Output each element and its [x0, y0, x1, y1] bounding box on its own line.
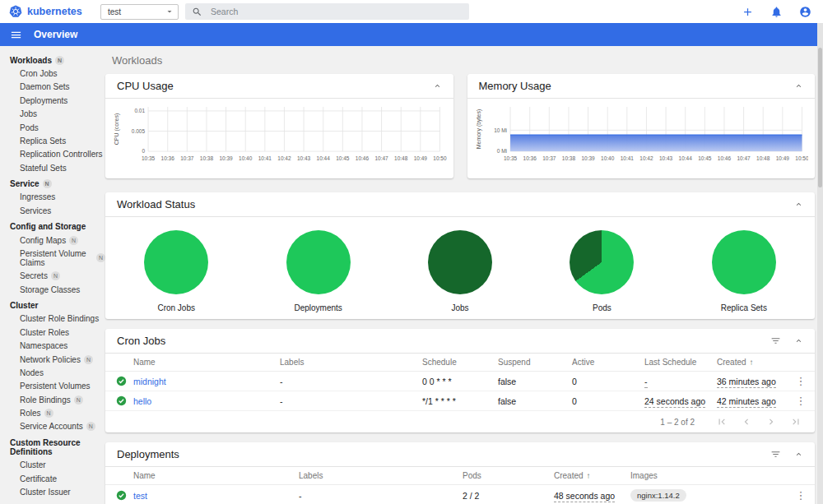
scrollbar[interactable]	[817, 23, 823, 504]
cell-labels: -	[299, 491, 463, 501]
collapse-chevron-up-icon[interactable]	[794, 336, 803, 345]
table-row: test - 2 / 2 48 seconds ago nginx:1.14.2…	[105, 485, 815, 504]
namespace-select[interactable]: test	[100, 4, 179, 20]
sidebar-item-cluster-roles[interactable]: Cluster Roles	[0, 326, 105, 339]
sidebar-item-crd-certificate[interactable]: Certificate	[0, 472, 105, 485]
row-menu-icon[interactable]: ⋮	[796, 376, 807, 386]
pie-label: Pods	[593, 303, 611, 312]
sidebar-section-config-and-storage[interactable]: Config and Storage	[0, 220, 105, 234]
svg-text:10:35: 10:35	[503, 155, 517, 161]
pie-label: Deployments	[294, 303, 342, 312]
notifications-bell-icon[interactable]	[770, 6, 783, 18]
column-header-name[interactable]: Name	[133, 471, 299, 480]
replica-sets-pie-group: Replica Sets	[673, 230, 815, 312]
cell-last-schedule: -	[644, 377, 717, 386]
first-page-icon[interactable]	[716, 416, 728, 428]
svg-text:10:50: 10:50	[433, 155, 446, 161]
namespaced-badge: N	[96, 253, 105, 262]
sidebar-item-replication-controllers[interactable]: Replication Controllers	[0, 148, 105, 161]
kubernetes-logo[interactable]: kubernetes	[8, 4, 100, 19]
cell-created: 36 minutes ago	[717, 377, 787, 386]
sidebar-item-persistent-volumes[interactable]: Persistent Volumes	[0, 380, 105, 393]
previous-page-icon[interactable]	[741, 416, 752, 428]
jobs-pie-group: Jobs	[389, 230, 531, 312]
sidebar-item-network-policies[interactable]: Network PoliciesN	[0, 353, 105, 366]
sidebar-item-ingresses[interactable]: Ingresses	[0, 191, 105, 204]
sidebar-item-stateful-sets[interactable]: Stateful Sets	[0, 161, 105, 174]
namespaced-badge: N	[44, 409, 53, 418]
filter-icon[interactable]	[770, 335, 781, 346]
collapse-chevron-up-icon[interactable]	[433, 81, 442, 90]
workload-status-title: Workload Status	[117, 198, 781, 210]
collapse-chevron-up-icon[interactable]	[794, 81, 803, 90]
cron-job-link[interactable]: hello	[133, 396, 280, 406]
sidebar-item-crd-cluster-issuer[interactable]: Cluster Issuer	[0, 485, 105, 498]
cpu-usage-title: CPU Usage	[117, 80, 420, 92]
next-page-icon[interactable]	[765, 416, 777, 428]
svg-text:10:38: 10:38	[561, 155, 575, 161]
cron-job-link[interactable]: midnight	[133, 377, 280, 386]
namespaced-badge: N	[84, 355, 93, 364]
collapse-chevron-up-icon[interactable]	[794, 200, 803, 209]
svg-text:0.01: 0.01	[134, 108, 145, 113]
svg-text:10:36: 10:36	[161, 155, 175, 161]
sidebar-item-service[interactable]: Service N	[0, 177, 105, 190]
sidebar-section-custom-resource-definitions[interactable]: Custom Resource Definitions	[0, 436, 105, 458]
svg-text:10:47: 10:47	[374, 155, 388, 161]
sidebar-item-config-maps[interactable]: Config MapsN	[0, 234, 105, 247]
sidebar-item-cluster-role-bindings[interactable]: Cluster Role Bindings	[0, 312, 105, 326]
scrollbar-thumb[interactable]	[818, 48, 822, 187]
page-title: Workloads	[105, 46, 815, 74]
column-header-schedule: Schedule	[422, 358, 498, 367]
pie-label: Replica Sets	[721, 303, 767, 312]
sidebar-item-deployments[interactable]: Deployments	[0, 94, 105, 107]
svg-text:10:39: 10:39	[219, 155, 233, 161]
page-toolbar-title: Overview	[34, 29, 77, 40]
collapse-chevron-up-icon[interactable]	[794, 450, 803, 459]
usage-charts-row: CPU Usage 10:3510:3610:3710:3810:3910:40…	[105, 74, 815, 178]
namespaced-badge: N	[55, 56, 64, 65]
user-account-icon[interactable]	[799, 6, 811, 18]
sidebar-item-services[interactable]: Services	[0, 204, 105, 217]
jobs-pie-chart	[428, 230, 492, 294]
sidebar-item-cron-jobs[interactable]: Cron Jobs	[0, 67, 105, 80]
sidebar-item-service-accounts[interactable]: Service AccountsN	[0, 420, 105, 433]
sidebar-item-storage-classes[interactable]: Storage Classes	[0, 283, 105, 296]
svg-text:0 Mi: 0 Mi	[496, 148, 506, 154]
row-menu-icon[interactable]: ⋮	[796, 490, 807, 501]
deployment-link[interactable]: test	[133, 491, 299, 501]
column-header-created[interactable]: Created ↑	[717, 358, 787, 367]
column-header-labels: Labels	[280, 358, 422, 367]
svg-text:10:41: 10:41	[620, 155, 634, 161]
sidebar-item-role-bindings[interactable]: Role BindingsN	[0, 393, 105, 406]
sidebar-item-persistent-volume-claims[interactable]: Persistent Volume ClaimsN	[0, 247, 105, 269]
sidebar-item-namespaces[interactable]: Namespaces	[0, 340, 105, 353]
sidebar-item-daemon-sets[interactable]: Daemon Sets	[0, 81, 105, 94]
svg-text:10 Mi: 10 Mi	[494, 127, 507, 133]
cron-jobs-title: Cron Jobs	[117, 335, 757, 347]
sidebar-item-roles[interactable]: RolesN	[0, 406, 105, 419]
sidebar-item-nodes[interactable]: Nodes	[0, 366, 105, 379]
menu-hamburger-icon[interactable]	[10, 29, 22, 41]
row-menu-icon[interactable]: ⋮	[796, 395, 807, 406]
namespaced-badge: N	[74, 395, 83, 405]
column-header-created[interactable]: Created ↑	[554, 471, 630, 480]
sidebar-item-secrets[interactable]: SecretsN	[0, 270, 105, 283]
sidebar-item-replica-sets[interactable]: Replica Sets	[0, 134, 105, 147]
deployments-card: Deployments Name Labels Pods Created	[105, 442, 815, 504]
create-resource-button[interactable]	[742, 6, 754, 18]
svg-text:10:37: 10:37	[180, 155, 194, 161]
svg-text:10:43: 10:43	[297, 155, 311, 161]
sidebar-section-cluster[interactable]: Cluster	[0, 298, 105, 312]
search-input[interactable]	[211, 7, 463, 16]
page-toolbar: Overview	[0, 23, 823, 46]
sidebar-item-pods[interactable]: Pods	[0, 121, 105, 134]
cron-jobs-table-header: Name Labels Schedule Suspend Active Last…	[105, 354, 815, 372]
filter-icon[interactable]	[770, 449, 781, 460]
sidebar-item-workloads[interactable]: Workloads N	[0, 53, 105, 67]
sidebar-item-jobs[interactable]: Jobs	[0, 108, 105, 121]
sidebar-item-crd-cluster[interactable]: Cluster	[0, 459, 105, 472]
last-page-icon[interactable]	[790, 416, 802, 428]
pagination: 1 – 2 of 2	[105, 411, 815, 432]
column-header-name[interactable]: Name	[133, 358, 280, 367]
